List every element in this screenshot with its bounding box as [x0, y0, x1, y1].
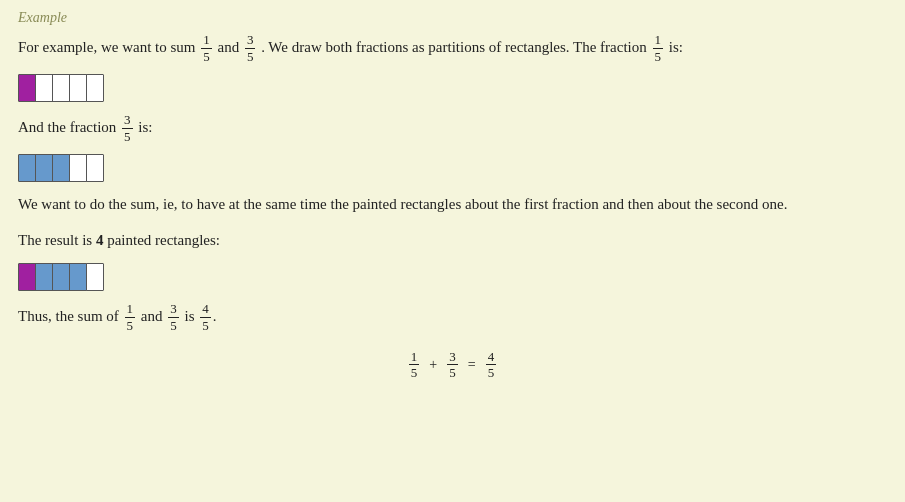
frac-den: 5	[125, 318, 136, 334]
frac-den: 5	[409, 365, 420, 381]
fraction-3-5-c: 3 5	[168, 301, 179, 333]
para1-pre: For example, we want to sum	[18, 39, 195, 55]
fraction-4-5-a: 4 5	[200, 301, 211, 333]
rect-cell-3	[52, 74, 70, 102]
rect-cell-4	[69, 74, 87, 102]
frac-den: 5	[201, 49, 212, 65]
rect-cell-3	[52, 263, 70, 291]
frac-num: 3	[168, 301, 179, 318]
rectangle-diagram-2	[18, 154, 887, 182]
frac-den: 5	[486, 365, 497, 381]
frac-num: 3	[447, 349, 458, 366]
rect-cell-3	[52, 154, 70, 182]
para5-pre: Thus, the sum of	[18, 308, 119, 324]
para2-pre: And the fraction	[18, 119, 116, 135]
math-row: 1 5 + 3 5 = 4 5	[407, 349, 498, 381]
rect-cell-1	[18, 263, 36, 291]
rectangle-diagram-1	[18, 74, 887, 102]
fraction-1-5-a: 1 5	[201, 32, 212, 64]
frac-num: 1	[201, 32, 212, 49]
para4-pre: The result is	[18, 232, 92, 248]
rect-cell-4	[69, 263, 87, 291]
para4-count: 4	[96, 232, 104, 248]
rect-cell-5	[86, 74, 104, 102]
paragraph-5: Thus, the sum of 1 5 and 3 5 is 4 5 .	[18, 301, 887, 333]
frac-den: 5	[447, 365, 458, 381]
paragraph-4: The result is 4 painted rectangles:	[18, 228, 887, 254]
para4-post: painted rectangles:	[107, 232, 220, 248]
frac-den: 5	[200, 318, 211, 334]
frac-den: 5	[168, 318, 179, 334]
frac-num: 3	[245, 32, 256, 49]
bottom-fraction-4-5: 4 5	[486, 349, 497, 381]
rect-cell-2	[35, 74, 53, 102]
paragraph-2: And the fraction 3 5 is:	[18, 112, 887, 144]
para5-period: .	[213, 308, 217, 324]
fraction-3-5-a: 3 5	[245, 32, 256, 64]
frac-num: 3	[122, 112, 133, 129]
para1-mid: . We draw both fractions as partitions o…	[261, 39, 647, 55]
bottom-fraction-3-5: 3 5	[447, 349, 458, 381]
bottom-fraction-1-5: 1 5	[409, 349, 420, 381]
paragraph-1: For example, we want to sum 1 5 and 3 5 …	[18, 32, 887, 64]
rect-cell-1	[18, 74, 36, 102]
frac-num: 1	[125, 301, 136, 318]
paragraph-3: We want to do the sum, ie, to have at th…	[18, 192, 887, 218]
rect-cell-5	[86, 154, 104, 182]
bottom-equation: 1 5 + 3 5 = 4 5	[18, 348, 887, 381]
rect-cell-1	[18, 154, 36, 182]
bottom-plus: +	[429, 357, 437, 373]
fraction-3-5-b: 3 5	[122, 112, 133, 144]
frac-num: 4	[486, 349, 497, 366]
para5-and: and	[141, 308, 163, 324]
rectangle-diagram-3	[18, 263, 887, 291]
frac-num: 1	[653, 32, 664, 49]
fraction-1-5-b: 1 5	[653, 32, 664, 64]
example-label: Example	[18, 10, 887, 26]
frac-den: 5	[122, 129, 133, 145]
rect-cell-5	[86, 263, 104, 291]
rect-cell-2	[35, 263, 53, 291]
bottom-equals: =	[468, 357, 476, 373]
para2-post: is:	[138, 119, 152, 135]
frac-den: 5	[245, 49, 256, 65]
frac-den: 5	[653, 49, 664, 65]
frac-num: 1	[409, 349, 420, 366]
para5-is: is	[185, 308, 195, 324]
rect-cell-2	[35, 154, 53, 182]
rect-cell-4	[69, 154, 87, 182]
para1-post: is:	[669, 39, 683, 55]
fraction-1-5-c: 1 5	[125, 301, 136, 333]
frac-num: 4	[200, 301, 211, 318]
para1-and1: and	[217, 39, 239, 55]
